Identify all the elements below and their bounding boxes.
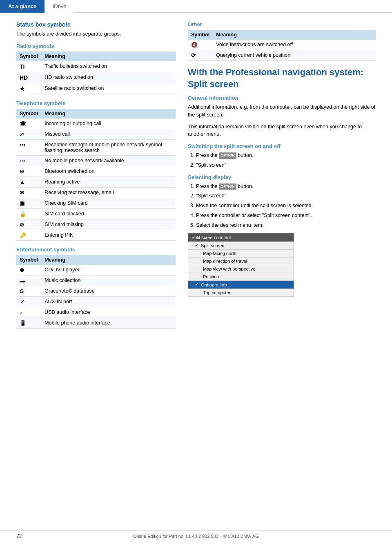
switch-title: Switching the split screen on and off bbox=[188, 143, 376, 149]
meaning-cell: Gracenote® database bbox=[41, 286, 176, 296]
list-item: Select the desired menu item. bbox=[196, 222, 376, 229]
check-icon: ✓ bbox=[195, 282, 198, 287]
status-box-desc: The symbols are divided into separate gr… bbox=[16, 30, 176, 38]
symbol-cell: ↗ bbox=[16, 129, 41, 139]
symbol-cell: ▲ bbox=[16, 177, 41, 187]
symbol-cell: 🔒 bbox=[16, 208, 41, 219]
table-row: GGracenote® database bbox=[16, 286, 176, 296]
symbol-cell: ⊗ bbox=[16, 265, 41, 275]
table-row: ⟋AUX-IN port bbox=[16, 296, 176, 307]
left-column: Status box symbols The symbols are divid… bbox=[16, 21, 176, 334]
meaning-cell: Querying current vehicle position bbox=[213, 50, 376, 61]
meaning-cell: Music collection bbox=[41, 275, 176, 286]
symbol-cell: ▪▪▪ bbox=[16, 139, 41, 155]
content-area: Status box symbols The symbols are divid… bbox=[0, 13, 392, 342]
table-row: 📱Mobile phone audio interface bbox=[16, 318, 176, 328]
list-item: Press the OPTION button. bbox=[196, 183, 376, 190]
list-item: Move the controller until the split scre… bbox=[196, 202, 376, 210]
meaning-cell: Traffic bulletins switched on bbox=[41, 61, 176, 72]
meaning-cell: Mobile phone audio interface bbox=[41, 318, 176, 328]
menu-item-label: Trip computer bbox=[203, 290, 230, 295]
meaning-cell: No mobile phone network available bbox=[41, 155, 176, 166]
meaning-cell: Incoming or outgoing call bbox=[41, 119, 176, 129]
other-col-symbol: Symbol bbox=[188, 30, 213, 40]
entertainment-symbols-title: Entertainment symbols bbox=[16, 246, 176, 253]
symbol-cell: 📱 bbox=[16, 318, 41, 328]
radio-symbols-table: Symbol Meaning TITraffic bulletins switc… bbox=[16, 51, 176, 94]
tab-at-a-glance[interactable]: At a glance bbox=[0, 0, 45, 13]
general-info-title: General information bbox=[188, 95, 376, 101]
symbol-cell: ♪ bbox=[16, 307, 41, 318]
table-row: ⟳Querying current vehicle position bbox=[188, 50, 376, 61]
table-row: ▪▪▪Reception strength of mobile phone ne… bbox=[16, 139, 176, 155]
ent-col-symbol: Symbol bbox=[16, 255, 41, 265]
meaning-cell: SIM card missing bbox=[41, 219, 176, 230]
footer-copyright: Online Edition for Part no. 01 40 2 902 … bbox=[133, 534, 259, 539]
table-row: ▲Roaming active bbox=[16, 177, 176, 187]
table-row: ⊗CD/DVD player bbox=[16, 265, 176, 275]
table-row: ⊘SIM card missing bbox=[16, 219, 176, 230]
split-screen-menu-title: Split screen content bbox=[188, 233, 294, 242]
page-footer: Online Edition for Part no. 01 40 2 902 … bbox=[0, 530, 392, 539]
meaning-cell: AUX-IN port bbox=[41, 296, 176, 307]
ent-col-meaning: Meaning bbox=[41, 255, 176, 265]
table-row: TITraffic bulletins switched on bbox=[16, 61, 176, 72]
tel-col-meaning: Meaning bbox=[41, 109, 176, 119]
symbol-cell: ▬ bbox=[16, 275, 41, 286]
status-box-title: Status box symbols bbox=[16, 21, 176, 28]
split-screen-menu-item[interactable]: Map direction of travel bbox=[188, 257, 294, 265]
meaning-cell: CD/DVD player bbox=[41, 265, 176, 275]
symbol-cell: ▣ bbox=[16, 198, 41, 208]
menu-item-label: Onboard info bbox=[201, 282, 227, 287]
table-row: ▬Music collection bbox=[16, 275, 176, 286]
radio-col-symbol: Symbol bbox=[16, 51, 41, 61]
select-title: Selecting display bbox=[188, 174, 376, 180]
menu-item-label: Map direction of travel bbox=[203, 259, 247, 264]
meaning-cell: Checking SIM card bbox=[41, 198, 176, 208]
split-screen-menu-item[interactable]: Trip computer bbox=[188, 289, 294, 297]
table-row: ✉Receiving text message, email bbox=[16, 187, 176, 198]
meaning-cell: Missed call bbox=[41, 129, 176, 139]
meaning-cell: Reception strength of mobile phone netwo… bbox=[41, 139, 176, 155]
meaning-cell: SIM card blocked bbox=[41, 208, 176, 219]
table-row: ★Satellite radio switched on bbox=[16, 83, 176, 94]
split-screen-menu-item[interactable]: Map facing north bbox=[188, 250, 294, 257]
list-item: "Split screen" bbox=[196, 161, 376, 169]
entertainment-symbols-table: Symbol Meaning ⊗CD/DVD player▬Music coll… bbox=[16, 255, 176, 329]
meaning-cell: Bluetooth switched on bbox=[41, 166, 176, 177]
symbol-cell: ☎ bbox=[16, 119, 41, 129]
other-title: Other bbox=[188, 21, 376, 27]
menu-item-label: Map facing north bbox=[203, 251, 236, 256]
split-screen-menu-item[interactable]: Position bbox=[188, 273, 294, 281]
symbol-cell: ⟋ bbox=[16, 296, 41, 307]
table-row: HDHD radio switched on bbox=[16, 72, 176, 83]
telephone-symbols-title: Telephone symbols bbox=[16, 100, 176, 106]
radio-symbols-title: Radio symbols bbox=[16, 43, 176, 49]
split-screen-menu-item[interactable]: ✓Split screen bbox=[188, 242, 294, 250]
symbol-cell: ⊘ bbox=[16, 219, 41, 230]
telephone-symbols-table: Symbol Meaning ☎Incoming or outgoing cal… bbox=[16, 109, 176, 241]
meaning-cell: Roaming active bbox=[41, 177, 176, 187]
general-info-para1: Additional information, e.g. from the co… bbox=[188, 103, 376, 119]
split-screen-menu-item[interactable]: Map view with perspective bbox=[188, 265, 294, 273]
table-row: ♪USB audio interface bbox=[16, 307, 176, 318]
header-bar: At a glance iDrive bbox=[0, 0, 392, 13]
radio-col-meaning: Meaning bbox=[41, 51, 176, 61]
select-steps-list: Press the OPTION button."Split screen"Mo… bbox=[188, 183, 376, 229]
meaning-cell: HD radio switched on bbox=[41, 72, 176, 83]
menu-item-label: Position bbox=[203, 274, 219, 279]
option-button-2: OPTION bbox=[219, 184, 236, 190]
big-heading: With the Professional navigation system:… bbox=[188, 67, 376, 90]
symbol-cell: 🔇 bbox=[188, 40, 213, 50]
symbol-cell: ⊛ bbox=[16, 166, 41, 177]
table-row: ▫▫▫No mobile phone network available bbox=[16, 155, 176, 166]
table-row: ▣Checking SIM card bbox=[16, 198, 176, 208]
option-button: OPTION bbox=[219, 152, 236, 159]
other-table: Symbol Meaning 🔇Voice instructions are s… bbox=[188, 30, 376, 61]
symbol-cell: HD bbox=[16, 72, 41, 83]
list-item: Press the OPTION button. bbox=[196, 152, 376, 159]
tab-idrive[interactable]: iDrive bbox=[45, 0, 74, 13]
right-column: Other Symbol Meaning 🔇Voice instructions… bbox=[188, 21, 376, 334]
symbol-cell: 🔑 bbox=[16, 230, 41, 240]
split-screen-menu-item[interactable]: ✓Onboard info bbox=[188, 281, 294, 289]
